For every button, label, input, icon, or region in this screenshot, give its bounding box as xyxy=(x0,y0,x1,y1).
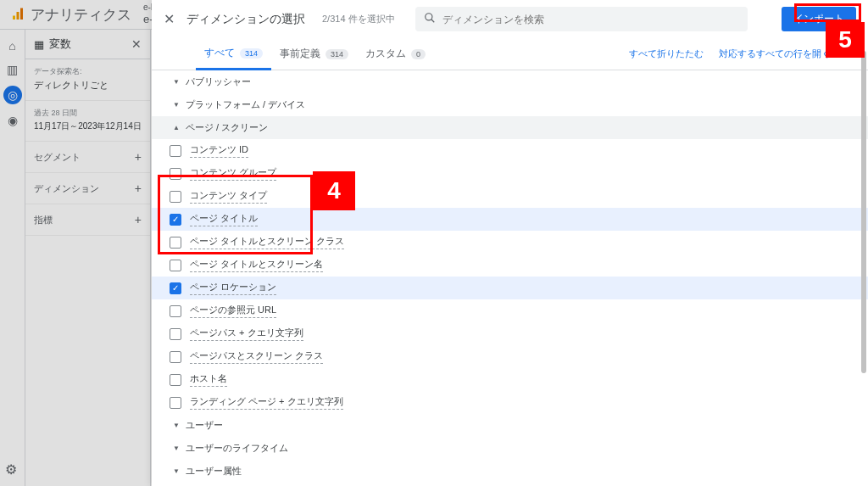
dimension-item[interactable]: ページ ロケーション xyxy=(152,277,868,299)
dimension-item[interactable]: コンテンツ グループ xyxy=(152,162,868,185)
svg-point-3 xyxy=(425,14,431,20)
checkbox[interactable] xyxy=(170,237,181,249)
dimension-label: ページパスとスクリーン クラス xyxy=(190,349,323,364)
checkbox[interactable] xyxy=(170,282,181,294)
collapse-all-link[interactable]: すべて折りたたむ xyxy=(629,47,704,60)
checkbox[interactable] xyxy=(170,260,181,271)
dimension-label: ホスト名 xyxy=(190,372,227,387)
scrollbar[interactable] xyxy=(860,0,868,486)
dimension-label: ページ タイトル xyxy=(190,212,258,226)
modal-header: ✕ ディメンションの選択 2/314 件を選択中 インポート xyxy=(152,0,868,38)
tab-事前定義[interactable]: 事前定義314 xyxy=(271,38,357,70)
dimension-item[interactable]: ホスト名 xyxy=(152,368,868,391)
search-icon xyxy=(424,12,436,26)
dimension-item[interactable]: ページパス + クエリ文字列 xyxy=(152,322,868,345)
close-modal-icon[interactable]: ✕ xyxy=(164,11,175,27)
dimension-item[interactable]: ランディング ページ + クエリ文字列 xyxy=(152,391,868,414)
tabs-row: すべて314事前定義314カスタム0 すべて折りたたむ 対応するすべての行を開く xyxy=(152,38,868,70)
chevron-down-icon: ▼ xyxy=(169,422,184,429)
modal-subtitle: 2/314 件を選択中 xyxy=(322,13,395,25)
chevron-down-icon: ▼ xyxy=(169,101,184,109)
dimension-item[interactable]: ページパスとスクリーン クラス xyxy=(152,345,868,368)
dimension-picker-modal: ✕ ディメンションの選択 2/314 件を選択中 インポート すべて314事前定… xyxy=(152,0,868,486)
group-row[interactable]: ▼パブリッシャー xyxy=(152,70,868,93)
checkbox[interactable] xyxy=(170,305,181,317)
dimension-label: ランディング ページ + クエリ文字列 xyxy=(190,395,343,410)
modal-title: ディメンションの選択 xyxy=(186,12,305,27)
search-input[interactable] xyxy=(442,14,739,25)
chevron-up-icon: ▲ xyxy=(169,124,184,131)
dimension-label: ページ タイトルとスクリーン クラス xyxy=(190,235,344,249)
search-box[interactable] xyxy=(415,7,748,31)
dimension-label: ページパス + クエリ文字列 xyxy=(190,327,303,341)
chevron-down-icon: ▼ xyxy=(169,444,184,452)
chevron-down-icon: ▼ xyxy=(169,467,184,475)
dimension-list[interactable]: ▼パブリッシャー▼プラットフォーム / デバイス▲ページ / スクリーンコンテン… xyxy=(152,70,868,486)
dimension-item[interactable]: ページ タイトルとスクリーン クラス xyxy=(152,231,868,254)
checkbox[interactable] xyxy=(170,397,181,409)
dimension-label: コンテンツ タイプ xyxy=(190,189,267,204)
dimension-item[interactable]: コンテンツ ID xyxy=(152,139,868,162)
dimension-label: ページ タイトルとスクリーン名 xyxy=(190,258,323,272)
group-row[interactable]: ▲ページ / スクリーン xyxy=(152,116,868,139)
group-row[interactable]: ▼プラットフォーム / デバイス xyxy=(152,93,868,116)
dimension-item[interactable]: ページ タイトル xyxy=(152,208,868,231)
dimension-item[interactable]: コンテンツ タイプ xyxy=(152,185,868,208)
checkbox[interactable] xyxy=(170,168,181,180)
chevron-down-icon: ▼ xyxy=(169,78,184,86)
checkbox[interactable] xyxy=(170,214,181,226)
checkbox[interactable] xyxy=(170,374,181,386)
checkbox[interactable] xyxy=(170,351,181,363)
group-row[interactable]: ▼リンク xyxy=(152,483,868,486)
callout-number-4: 4 xyxy=(313,171,355,210)
tab-すべて[interactable]: すべて314 xyxy=(196,38,271,70)
checkbox[interactable] xyxy=(170,328,181,340)
link-actions: すべて折りたたむ 対応するすべての行を開く xyxy=(629,47,831,60)
tab-カスタム[interactable]: カスタム0 xyxy=(357,38,434,70)
group-row[interactable]: ▼ユーザーのライフタイム xyxy=(152,437,868,460)
dimension-item[interactable]: ページ タイトルとスクリーン名 xyxy=(152,254,868,277)
group-row[interactable]: ▼ユーザー属性 xyxy=(152,460,868,483)
group-row[interactable]: ▼ユーザー xyxy=(152,414,868,437)
dimension-label: ページの参照元 URL xyxy=(190,304,276,318)
dimension-label: コンテンツ グループ xyxy=(190,166,276,181)
dimension-label: ページ ロケーション xyxy=(190,281,276,295)
dimension-label: コンテンツ ID xyxy=(190,143,248,158)
scrollbar-thumb[interactable] xyxy=(861,51,866,373)
checkbox[interactable] xyxy=(170,145,181,157)
checkbox[interactable] xyxy=(170,191,181,203)
callout-number-5: 5 xyxy=(826,22,865,58)
dimension-item[interactable]: ページの参照元 URL xyxy=(152,299,868,322)
expand-compatible-link[interactable]: 対応するすべての行を開く xyxy=(719,47,831,60)
svg-line-4 xyxy=(431,20,434,23)
